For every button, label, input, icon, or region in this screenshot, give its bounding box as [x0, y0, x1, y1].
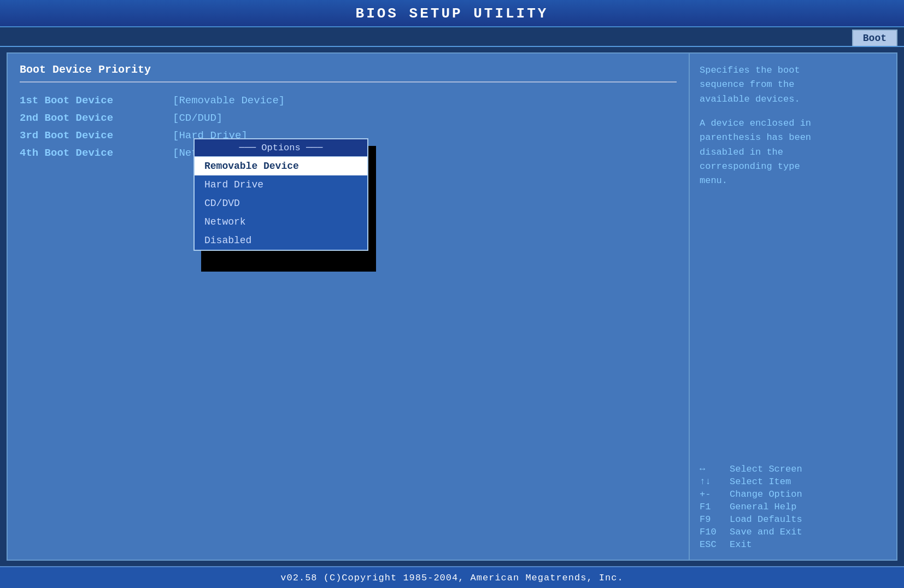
key-row-updown: ↑↓ Select Item — [700, 477, 887, 487]
key-desc-f9: Load Defaults — [730, 514, 802, 525]
key-desc-esc: Exit — [730, 539, 752, 550]
help-text-1: Specifies the boot sequence from the ava… — [700, 63, 887, 107]
key-sym-arrows: ↔ — [700, 464, 730, 474]
key-row-f1: F1 General Help — [700, 502, 887, 512]
key-help: ↔ Select Screen ↑↓ Select Item +- Change… — [700, 464, 887, 550]
left-panel: Boot Device Priority 1st Boot Device 2nd… — [7, 52, 690, 561]
boot-label-1[interactable]: 1st Boot Device — [20, 93, 162, 108]
boot-label-2[interactable]: 2nd Boot Device — [20, 111, 162, 125]
key-sym-esc: ESC — [700, 539, 730, 550]
tab-row: Boot — [0, 27, 904, 47]
dropdown-item-harddrive[interactable]: Hard Drive — [195, 175, 367, 194]
key-row-esc: ESC Exit — [700, 539, 887, 550]
right-panel: Specifies the boot sequence from the ava… — [690, 52, 897, 561]
footer: v02.58 (C)Copyright 1985-2004, American … — [0, 566, 904, 588]
title-bar: BIOS SETUP UTILITY — [0, 0, 904, 27]
footer-text: v02.58 (C)Copyright 1985-2004, American … — [280, 573, 623, 583]
key-sym-plusminus: +- — [700, 489, 730, 499]
boot-value-1: [Removable Device] — [173, 93, 285, 108]
key-sym-f1: F1 — [700, 502, 730, 512]
key-sym-f9: F9 — [700, 514, 730, 525]
dropdown-item-disabled[interactable]: Disabled — [195, 231, 367, 250]
help-text-2: A device enclosed in parenthesis has bee… — [700, 116, 887, 189]
key-desc-arrows: Select Screen — [730, 464, 802, 474]
key-desc-f1: General Help — [730, 502, 796, 512]
boot-labels: 1st Boot Device 2nd Boot Device 3rd Boot… — [20, 93, 162, 160]
main-content: Boot Device Priority 1st Boot Device 2nd… — [0, 47, 904, 566]
dropdown-item-cddvd[interactable]: CD/DVD — [195, 194, 367, 213]
key-row-f10: F10 Save and Exit — [700, 527, 887, 537]
dropdown-container: ─── Options ─── Removable Device Hard Dr… — [193, 138, 368, 251]
boot-label-4[interactable]: 4th Boot Device — [20, 146, 162, 160]
bios-title: BIOS SETUP UTILITY — [356, 5, 549, 22]
key-row-f9: F9 Load Defaults — [700, 514, 887, 525]
key-sym-updown: ↑↓ — [700, 477, 730, 487]
key-row-arrows: ↔ Select Screen — [700, 464, 887, 474]
dropdown-item-network[interactable]: Network — [195, 213, 367, 231]
boot-tab[interactable]: Boot — [852, 30, 897, 46]
boot-label-3[interactable]: 3rd Boot Device — [20, 128, 162, 143]
key-sym-f10: F10 — [700, 527, 730, 537]
key-desc-f10: Save and Exit — [730, 527, 802, 537]
key-row-plusminus: +- Change Option — [700, 489, 887, 499]
section-divider — [20, 81, 677, 83]
key-desc-updown: Select Item — [730, 477, 791, 487]
dropdown-header: ─── Options ─── — [195, 139, 367, 157]
bios-screen: BIOS SETUP UTILITY Boot Boot Device Prio… — [0, 0, 904, 588]
dropdown-popup: ─── Options ─── Removable Device Hard Dr… — [193, 138, 368, 251]
dropdown-item-removable[interactable]: Removable Device — [195, 157, 367, 175]
boot-value-2: [CD/DUD] — [173, 111, 285, 125]
section-title: Boot Device Priority — [20, 63, 677, 76]
key-desc-plusminus: Change Option — [730, 489, 802, 499]
